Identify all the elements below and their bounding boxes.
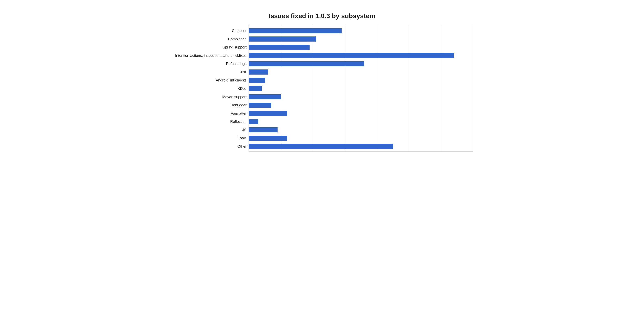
y-tick-label: Maven support bbox=[222, 95, 246, 99]
gridline bbox=[313, 25, 313, 152]
bar bbox=[249, 61, 364, 66]
bar bbox=[249, 78, 265, 83]
bar bbox=[249, 94, 281, 99]
gridline bbox=[377, 25, 377, 152]
bar bbox=[249, 127, 278, 132]
bar bbox=[249, 119, 258, 124]
y-tick-label: Completion bbox=[228, 37, 246, 41]
bar bbox=[249, 111, 287, 116]
bar bbox=[249, 28, 342, 33]
chart-title: Issues fixed in 1.0.3 by subsystem bbox=[171, 12, 473, 20]
y-tick-label: Spring support bbox=[223, 45, 246, 49]
bar bbox=[249, 53, 454, 58]
chart-container: Issues fixed in 1.0.3 by subsystem Compi… bbox=[171, 12, 473, 152]
y-axis-labels: CompilerCompletionSpring supportIntentio… bbox=[171, 25, 248, 152]
bar bbox=[249, 144, 393, 149]
plot-grid: 010203040506070 bbox=[248, 25, 473, 152]
y-tick-label: Debugger bbox=[230, 103, 246, 107]
y-tick-label: JS bbox=[242, 128, 246, 132]
gridline bbox=[345, 25, 345, 152]
bar bbox=[249, 36, 316, 41]
bar bbox=[249, 45, 310, 50]
y-tick-label: Other bbox=[237, 144, 246, 148]
y-tick-label: Android lint checks bbox=[216, 78, 246, 82]
y-tick-label: Tools bbox=[238, 136, 246, 140]
y-tick-label: Compiler bbox=[232, 29, 246, 33]
bar bbox=[249, 69, 268, 74]
y-tick-label: Formatter bbox=[231, 111, 246, 115]
gridline bbox=[409, 25, 409, 152]
gridline bbox=[281, 25, 281, 152]
bar bbox=[249, 103, 271, 108]
plot-area: CompilerCompletionSpring supportIntentio… bbox=[171, 25, 473, 152]
y-tick-label: J2K bbox=[240, 70, 246, 74]
bar bbox=[249, 136, 287, 141]
y-tick-label: Reflection bbox=[230, 120, 246, 124]
y-tick-label: KDoc bbox=[238, 87, 246, 91]
y-tick-label: Intention actions, inspections and quick… bbox=[175, 53, 246, 58]
y-tick-label: Refactorings bbox=[226, 62, 246, 66]
bar bbox=[249, 86, 262, 91]
